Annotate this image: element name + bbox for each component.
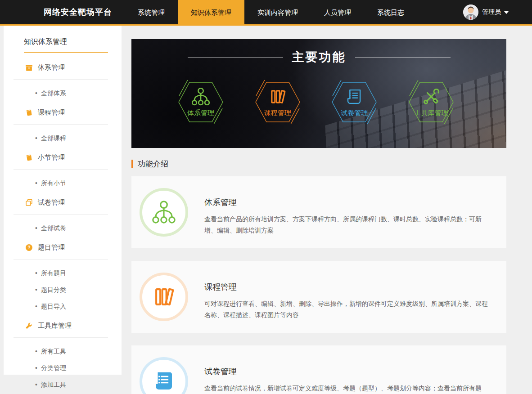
copy-pages-icon	[25, 199, 33, 206]
divider	[14, 214, 108, 215]
sidebar-group-paper-mgmt[interactable]: 试卷管理	[25, 198, 108, 207]
section-header: 功能介绍	[131, 159, 506, 169]
feature-card-body: 课程管理 可对课程进行查看、编辑、新增、删除、导出操作，新增的课件可定义难度级别…	[204, 273, 493, 321]
brand-title: 网络安全靶场平台	[44, 7, 112, 18]
nav-item-personnel[interactable]: 人员管理	[311, 0, 364, 25]
sidebar-item-question-import[interactable]: 题目导入	[35, 303, 122, 311]
sidebar-item-add-tool[interactable]: 添加工具	[35, 381, 122, 389]
divider	[14, 337, 108, 338]
book-icon	[25, 109, 33, 116]
sidebar-item-all-courses[interactable]: 全部课程	[35, 134, 122, 143]
hexagon-frame	[406, 80, 456, 125]
user-menu[interactable]: 管理员	[463, 4, 509, 20]
feature-title: 试卷管理	[204, 366, 493, 377]
user-name[interactable]: 管理员	[482, 8, 501, 16]
avatar[interactable]	[463, 4, 478, 20]
sidebar-group-question-mgmt[interactable]: ? 题目管理	[25, 243, 108, 252]
sidebar-group-label: 小节管理	[38, 153, 65, 162]
hexagon-course-mgmt: 课程管理	[253, 80, 302, 125]
archive-box-icon	[25, 64, 33, 72]
divider	[14, 79, 108, 80]
sidebar-group-label: 体系管理	[38, 63, 65, 72]
hexagon-paper-mgmt: 试卷管理	[329, 80, 379, 125]
sidebar-item-all-papers[interactable]: 全部试卷	[35, 224, 122, 233]
feature-title: 课程管理	[204, 282, 493, 292]
feature-description: 查看当前的试卷情况，新增试卷可定义难度等级、考题（题型）、考题划分等内容；查看当…	[204, 383, 493, 394]
page-body: 知识体系管理 体系管理 全部体系 课程管理 全部课程	[0, 26, 532, 394]
nav-item-system[interactable]: 系统管理	[125, 0, 178, 25]
divider	[355, 57, 451, 58]
feature-card-system-mgmt: 体系管理 查看当前产品的所有培训方案、方案下课程方向、所属的课程门数、课时总数、…	[131, 176, 506, 248]
section-accent-bar	[131, 160, 133, 168]
hexagon-row: 体系管理 课程管理	[131, 80, 506, 125]
feature-icon-circle	[140, 357, 188, 394]
sitemap-icon	[152, 200, 176, 224]
sidebar-group-system-mgmt[interactable]: 体系管理	[25, 63, 108, 72]
sidebar: 知识体系管理 体系管理 全部体系 课程管理 全部课程	[4, 26, 122, 375]
feature-icon-circle	[140, 188, 188, 237]
feature-title: 体系管理	[204, 197, 493, 208]
hero-banner: 主要功能 体系管理	[131, 39, 506, 148]
feature-card-paper-mgmt: 试卷管理 查看当前的试卷情况，新增试卷可定义难度等级、考题（题型）、考题划分等内…	[131, 345, 506, 394]
svg-text:?: ?	[27, 245, 30, 250]
divider	[14, 169, 108, 170]
sidebar-group-section-mgmt[interactable]: 小节管理	[25, 153, 108, 162]
divider	[14, 259, 108, 260]
hexagon-toolkit-mgmt: 工具库管理	[406, 80, 456, 125]
sidebar-group-label: 题目管理	[38, 243, 65, 252]
divider	[188, 57, 283, 58]
hexagon-frame	[176, 80, 225, 125]
hexagon-frame	[329, 80, 379, 125]
sidebar-group-label: 工具库管理	[38, 322, 72, 330]
main-content: 主要功能 体系管理	[131, 39, 506, 394]
sidebar-item-tool-categories[interactable]: 分类管理	[35, 364, 122, 372]
chevron-down-icon	[504, 11, 509, 14]
feature-card-course-mgmt: 课程管理 可对课程进行查看、编辑、新增、删除、导出操作，新增的课件可定义难度级别…	[131, 261, 506, 333]
section-title: 功能介绍	[138, 159, 168, 169]
sidebar-item-all-tools[interactable]: 所有工具	[35, 348, 122, 356]
sidebar-group-toolkit-mgmt[interactable]: 工具库管理	[25, 322, 108, 330]
hexagon-frame	[253, 80, 302, 125]
divider	[14, 124, 108, 125]
sidebar-group-course-mgmt[interactable]: 课程管理	[25, 108, 108, 117]
nav-item-knowledge[interactable]: 知识体系管理	[178, 0, 244, 25]
sidebar-item-all-sections[interactable]: 所有小节	[35, 179, 122, 188]
question-circle-icon: ?	[25, 244, 33, 251]
avatar-person-icon	[463, 4, 478, 20]
feature-description: 查看当前产品的所有培训方案、方案下课程方向、所属的课程门数、课时总数、实验课程总…	[204, 214, 493, 236]
nav-menu: 系统管理 知识体系管理 实训内容管理 人员管理 系统日志	[125, 0, 417, 25]
sidebar-item-all-questions[interactable]: 所有题目	[35, 269, 122, 278]
scroll-icon	[152, 369, 176, 394]
sidebar-item-question-categories[interactable]: 题目分类	[35, 286, 122, 294]
books-icon	[152, 285, 176, 309]
nav-item-training[interactable]: 实训内容管理	[244, 0, 311, 25]
book-icon	[25, 154, 33, 161]
nav-item-syslog[interactable]: 系统日志	[364, 0, 417, 25]
feature-card-body: 试卷管理 查看当前的试卷情况，新增试卷可定义难度等级、考题（题型）、考题划分等内…	[204, 357, 493, 394]
wrench-icon	[25, 322, 33, 330]
top-nav: 网络安全靶场平台 系统管理 知识体系管理 实训内容管理 人员管理 系统日志 管理…	[0, 0, 532, 26]
feature-card-body: 体系管理 查看当前产品的所有培训方案、方案下课程方向、所属的课程门数、课时总数、…	[204, 188, 493, 236]
hexagon-system-mgmt: 体系管理	[176, 80, 225, 125]
sidebar-item-all-systems[interactable]: 全部体系	[35, 90, 122, 98]
feature-description: 可对课程进行查看、编辑、新增、删除、导出操作，新增的课件可定义难度级别、所属培训…	[204, 298, 493, 321]
banner-title: 主要功能	[292, 49, 346, 65]
sidebar-title: 知识体系管理	[24, 37, 108, 53]
banner-title-row: 主要功能	[131, 49, 506, 65]
feature-icon-circle	[140, 273, 188, 321]
sidebar-group-label: 试卷管理	[38, 198, 65, 207]
sidebar-group-label: 课程管理	[38, 108, 65, 117]
